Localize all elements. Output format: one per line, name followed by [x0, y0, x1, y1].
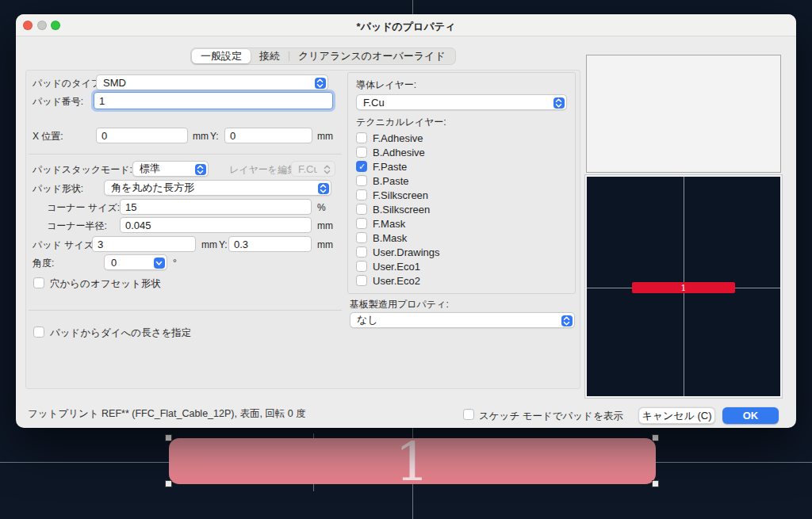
layer-label: User.Drawings — [373, 246, 440, 258]
layer-label: F.Mask — [373, 218, 405, 230]
corner-radius-label: コーナー半径: — [47, 220, 107, 231]
selection-handle-top-left[interactable] — [165, 434, 172, 441]
padstack-mode-select[interactable]: 標準 — [132, 161, 209, 177]
fab-property-value: なし — [357, 313, 378, 327]
corner-size-label: コーナー サイズ: — [47, 202, 120, 213]
pad-to-die-label: パッドからダイへの長さを指定 — [50, 327, 191, 338]
general-settings-panel: パッドのタイプ: SMD パッド番号: X 位置: mm Y: mm パッドスタ… — [25, 70, 580, 389]
pcb-editor-canvas: 1 *パッドのプロパティ 一般設定 接続 クリアランスのオーバーライド パッドの… — [0, 0, 812, 519]
pad-size-x-unit: mm — [201, 239, 217, 250]
padstack-mode-label: パッドスタックモード: — [33, 164, 132, 175]
layer-checkbox-B.Adhesive[interactable] — [356, 147, 367, 158]
selection-handle-bottom-left[interactable] — [165, 480, 172, 487]
layer-checkbox-B.Silkscreen[interactable] — [356, 204, 367, 215]
layer-item-B.Adhesive: B.Adhesive — [356, 145, 569, 159]
pad-size-y-label: Y: — [219, 239, 228, 250]
corner-size-unit: % — [317, 202, 326, 213]
layer-checkbox-F.Silkscreen[interactable] — [356, 189, 367, 200]
pos-y-input[interactable] — [224, 128, 312, 143]
title-bar: *パッドのプロパティ — [16, 14, 796, 36]
layer-item-F.Mask: F.Mask — [356, 216, 569, 231]
layer-checkbox-B.Mask[interactable] — [356, 232, 367, 243]
angle-combobox[interactable]: 0 — [104, 254, 167, 270]
technical-layers-label: テクニカルレイヤー: — [356, 116, 446, 128]
angle-unit: ° — [173, 258, 177, 269]
pad-shape-select[interactable]: 角を丸めた長方形 — [104, 180, 331, 196]
layer-item-F.Adhesive: F.Adhesive — [356, 131, 569, 145]
pad-to-die-checkbox[interactable] — [33, 326, 44, 338]
pad-shape-value: 角を丸めた長方形 — [111, 181, 194, 195]
layer-label: F.Adhesive — [373, 132, 423, 144]
layer-item-B.Mask: B.Mask — [356, 231, 569, 245]
layer-checkbox-F.Mask[interactable] — [356, 218, 367, 229]
selected-board-pad[interactable] — [169, 438, 656, 484]
pad-properties-dialog: *パッドのプロパティ 一般設定 接続 クリアランスのオーバーライド パッドのタイ… — [16, 14, 796, 428]
chevron-up-down-icon — [322, 164, 333, 175]
pos-y-unit: mm — [317, 131, 333, 142]
pad-shape-label: パッド形状: — [33, 183, 83, 194]
pad-size-x-input[interactable] — [92, 236, 196, 252]
layers-group: 導体レイヤー: F.Cu テクニカルレイヤー: F.AdhesiveB.Adhe… — [347, 72, 576, 294]
ok-button[interactable]: OK — [722, 407, 779, 424]
angle-label: 角度: — [33, 258, 54, 269]
pad-number-label: パッド番号: — [33, 96, 83, 107]
layer-label: B.Mask — [373, 232, 407, 244]
tab-general[interactable]: 一般設定 — [192, 49, 251, 63]
layer-checkbox-User.Eco2[interactable] — [356, 275, 367, 286]
copper-layer-select[interactable]: F.Cu — [356, 94, 567, 110]
dialog-tabs: 一般設定 接続 クリアランスのオーバーライド — [190, 48, 456, 65]
selection-handle-top-right[interactable] — [652, 434, 659, 441]
sketch-mode-checkbox[interactable] — [463, 409, 474, 420]
layer-checkbox-B.Paste[interactable] — [356, 175, 367, 186]
window-title: *パッドのプロパティ — [16, 20, 796, 34]
layer-label: User.Eco2 — [373, 275, 420, 287]
edit-layer-value: F.Cu — [298, 163, 317, 175]
fab-property-select[interactable]: なし — [350, 312, 575, 328]
footprint-status-text: フットプリント REF** (FFC_Flat_Cable_12P), 表面, … — [28, 407, 306, 421]
chevron-up-down-icon — [553, 97, 565, 109]
corner-radius-unit: mm — [317, 220, 333, 231]
fab-property-label: 基板製造用プロパティ: — [350, 299, 449, 310]
chevron-up-down-icon — [318, 183, 329, 194]
layer-checkbox-User.Eco1[interactable] — [356, 261, 367, 272]
layer-item-F.Silkscreen: F.Silkscreen — [356, 188, 569, 202]
copper-layer-label: 導体レイヤー: — [356, 79, 416, 90]
corner-radius-input[interactable] — [120, 217, 312, 233]
layer-label: F.Silkscreen — [373, 189, 428, 201]
cancel-button[interactable]: キャンセル (C) — [638, 407, 715, 424]
section-divider — [29, 310, 342, 311]
pad-preview-board: 1 — [585, 175, 782, 398]
chevron-up-down-icon — [315, 78, 326, 89]
layer-label: B.Paste — [373, 175, 409, 187]
offset-shape-checkbox[interactable] — [33, 277, 44, 288]
pad-size-y-input[interactable] — [228, 236, 312, 252]
angle-value: 0 — [111, 257, 117, 269]
sketch-mode-label: スケッチ モードでパッドを表示 — [479, 410, 623, 422]
layer-label: B.Adhesive — [373, 147, 425, 158]
preview-pad-number: 1 — [681, 284, 687, 292]
layer-label: B.Silkscreen — [373, 204, 430, 216]
corner-size-input[interactable] — [120, 199, 312, 215]
tab-connections[interactable]: 接続 — [251, 49, 289, 63]
layer-item-User.Eco2: User.Eco2 — [356, 273, 569, 288]
pad-number-input[interactable] — [94, 92, 333, 109]
layer-checkbox-F.Paste[interactable] — [356, 161, 367, 172]
pos-x-input[interactable] — [96, 128, 188, 143]
copper-layer-value: F.Cu — [363, 97, 385, 109]
chevron-up-down-icon — [195, 164, 206, 175]
edit-layer-label: レイヤーを編集: — [229, 164, 299, 175]
section-divider — [29, 154, 342, 155]
layer-item-B.Paste: B.Paste — [356, 174, 569, 188]
edit-layer-select: F.Cu — [291, 161, 335, 177]
layer-checkbox-User.Drawings[interactable] — [356, 246, 367, 258]
layer-item-F.Paste: F.Paste — [356, 159, 569, 174]
layer-item-User.Drawings: User.Drawings — [356, 245, 569, 259]
pad-type-select[interactable]: SMD — [96, 74, 328, 90]
pad-preview-front — [586, 55, 781, 173]
layer-item-B.Silkscreen: B.Silkscreen — [356, 202, 569, 216]
layer-checkbox-F.Adhesive[interactable] — [356, 132, 367, 143]
layer-label: User.Eco1 — [373, 261, 420, 273]
selection-handle-bottom-right[interactable] — [652, 480, 659, 487]
pos-y-label: Y: — [210, 131, 219, 142]
tab-clearance-overrides[interactable]: クリアランスのオーバーライド — [289, 49, 454, 63]
